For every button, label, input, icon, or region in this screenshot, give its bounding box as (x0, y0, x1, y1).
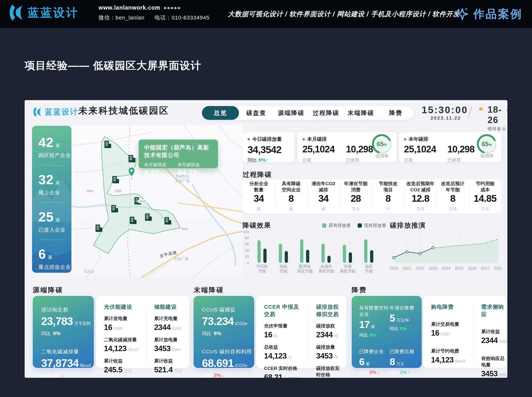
park-map[interactable]: X025 X020 X018 X018 龙腾世纪 文化广场 文化广场 京平高速 … (71, 125, 243, 278)
legend-swatch-original (322, 223, 326, 228)
svg-text:60: 60 (245, 242, 249, 246)
trend-up-icon: ↑ (377, 333, 379, 338)
co2-reduction: 二氧化碳减排量 37,8734吨co2 同比2%↓ (41, 348, 94, 378)
svg-text:节能: 节能 (280, 269, 287, 273)
tab-source-reduction[interactable]: 源端降碳 (274, 106, 309, 120)
divider (38, 240, 65, 240)
power-purchase-column: 购电降费 累计交易电量16KWH 累计节约电费14,123吨co2 (423, 303, 473, 364)
process-stat: 节能技改 项目8个 (372, 181, 404, 212)
usage-rate-label: 使用率 (480, 153, 494, 159)
svg-text:20: 20 (245, 254, 249, 259)
svg-text:系统节能: 系统节能 (297, 269, 313, 273)
svg-text:0: 0 (247, 261, 249, 265)
svg-text:配用电: 配用电 (299, 264, 311, 269)
process-stat: 具有降碳 空间企业8家 (275, 181, 307, 212)
stat-key-emitters: 6家 重点排放企业 (38, 246, 71, 271)
svg-text:X018: X018 (139, 200, 146, 203)
bullet-dot (248, 138, 250, 141)
svg-text:40: 40 (245, 248, 249, 253)
source-gradient-card: 清洁电交易 23,783万千瓦时 同比8%↑ 二氧化碳减排量 37,8734吨c… (33, 296, 94, 368)
dashboard-title: 未来科技城低碳园区 (78, 105, 169, 117)
brand-logo-text: 蓝蓝设计 (28, 5, 79, 20)
terminal-section-title: 末端降碳 (194, 286, 224, 294)
svg-text:系统节能: 系统节能 (318, 269, 334, 273)
kpi-card-year: 本年碳排 25,1024 总量 10,298 已使用 65% 使用率 (399, 132, 501, 162)
tooltip-year-metric: 本年碳排放 24.23吨 (178, 162, 202, 177)
process-stat: 潜在年CO2 减排34家 (307, 181, 340, 212)
brand-logo: 蓝蓝设计 (6, 3, 79, 22)
svg-text:2024: 2024 (442, 266, 450, 271)
source-section-title: 源端降碳 (33, 286, 63, 294)
process-section-title: 过程降碳 (243, 170, 272, 179)
terminal-detail-card: CCER 申报及交易 光伏申报量16吨 总收益14,123元 CCER 实时价格… (256, 296, 346, 368)
pv-construction-column: 光伏能建设 累计发电量16KWH 二氧化碳减排量14,123吨co2 累计收益2… (96, 303, 146, 364)
reduced-enterprises: 已降费企业 6家 同比2%↓ (359, 348, 390, 375)
svg-text:2021: 2021 (402, 266, 411, 271)
arrows-decoration: ▶▶▶▶▶ (164, 6, 182, 10)
process-stat: 改造后预期年 CO2 减排12.8万吨 (404, 181, 436, 212)
svg-text:2023: 2023 (429, 266, 437, 271)
stat-large-enterprises: 32家 规上企业 (38, 172, 71, 196)
kpi-card-today: 今日碳排放量 34,3542 同比8%↑ (243, 132, 295, 162)
dashboard-screenshot: 蓝蓝设计 未来科技城低碳园区 总览 碳盘查 源端降碳 过程降碳 末端降碳 降费 … (25, 100, 507, 378)
trend-up-icon: ↑ (266, 158, 268, 163)
bullet-dot (404, 138, 406, 141)
emission-reduction-bar-chart: 020406080100空压机节能电机节能配用电系统节能水循环系统节能空调系统节… (243, 228, 382, 274)
source-detail-card: 光伏能建设 累计发电量16KWH 二氧化碳减排量14,123吨co2 累计收益2… (96, 296, 189, 368)
process-stat: 年潜在节能 消费28万元 (340, 181, 372, 212)
nav-tabs: 总览 碳盘查 源端降碳 过程降碳 末端降碳 降费 (202, 106, 413, 120)
temperature-unit: ℃ (506, 109, 507, 114)
portfolio-link[interactable]: 作品案例 (455, 7, 523, 21)
tab-overview[interactable]: 总览 (202, 106, 239, 120)
svg-text:节能: 节能 (258, 269, 266, 273)
sun-cloud-icon (476, 105, 485, 116)
svg-text:空压机: 空压机 (256, 264, 268, 269)
trend-up-icon: ↑ (222, 331, 225, 336)
svg-text:节能: 节能 (365, 269, 373, 273)
trend-down-icon: ↓ (222, 373, 225, 378)
today-emission-value: 34,3542 (248, 144, 290, 155)
svg-text:文化广场: 文化广场 (174, 256, 188, 261)
dashboard-logo-text: 蓝蓝设计 (45, 107, 78, 117)
tab-terminal-reduction[interactable]: 末端降碳 (344, 106, 379, 120)
fee-gradient-card: 具有降费空间企业 17家 同比8%↑ 年潜在降费 5万元/年 同比6%↑ 已降费… (352, 296, 422, 368)
portfolio-text: 作品案例 (473, 7, 523, 21)
stat-invested-enterprises: 42家 园区投产企业 (38, 135, 71, 159)
terminal-gradient-card: CCUS 碳捕捉 73.234tCO2e 同比8%↑ CCUS 碳封存和利用 6… (194, 296, 254, 368)
divider (38, 202, 65, 203)
storage-construction-column: 储能建设 累计充电量2344KWH 累计放电量3453KWH 累计收益521.4… (146, 303, 190, 364)
process-stat: 节约用能 成本14.85万元 (469, 181, 501, 212)
svg-text:文化广场: 文化广场 (175, 179, 190, 183)
svg-text:空调: 空调 (344, 264, 351, 269)
ccus-storage: CCUS 碳封存和利用 68.691tCO2e 同比2%↓ (202, 348, 254, 378)
trend-up-icon: ↑ (61, 331, 64, 336)
services-list: 大数据可视化设计 / 软件界面设计 / 网站建设 / 手机及小程序设计 / 软件… (228, 10, 460, 18)
top-banner: 蓝蓝设计 www.lanlanwork.com ▶▶▶▶▶ 微信：ben_lan… (0, 0, 532, 28)
page-title: 项目经验—— 低碳园区大屏界面设计 (25, 59, 201, 72)
page: 蓝蓝设计 www.lanlanwork.com ▶▶▶▶▶ 微信：ben_lan… (0, 0, 532, 397)
clean-power-trade: 清洁电交易 23,783万千瓦时 同比8%↑ (41, 306, 94, 337)
year-total: 25,1024 总量 (404, 144, 436, 163)
usage-rate-ring: 65% (372, 134, 392, 154)
tab-fee-reduction[interactable]: 降费 (378, 106, 413, 120)
svg-text:系统节能: 系统节能 (340, 269, 355, 273)
kpi-card-month: 本月碳排 25,1024 总量 10,298 已使用 65% 使用率 (298, 132, 397, 162)
clock-date: 2023.11.22 (431, 115, 461, 121)
trend-down-icon: ↓ (377, 370, 379, 375)
trend-up-icon: ↑ (408, 326, 410, 331)
wechat-label: 微信：ben_lanlan (99, 15, 145, 21)
svg-text:油泵: 油泵 (365, 264, 373, 269)
svg-text:电机: 电机 (280, 264, 287, 269)
divider (38, 165, 65, 165)
process-stats-card: 分析企业 数量34家 具有降碳 空间企业8家 潜在年CO2 减排34家 年潜在节… (243, 180, 501, 213)
brand-logo-icon (6, 3, 25, 22)
tab-carbon-check[interactable]: 碳盘查 (239, 106, 274, 120)
svg-text:X018: X018 (181, 227, 187, 230)
tab-process-reduction[interactable]: 过程降碳 (309, 106, 344, 120)
svg-text:2020: 2020 (390, 266, 398, 271)
weather-widget: 18-26 ℃ 晴转多云 (476, 105, 507, 132)
website-link[interactable]: www.lanlanwork.com (99, 4, 160, 11)
weather-desc: 晴转多云 (488, 126, 507, 132)
svg-text:100: 100 (243, 230, 249, 234)
dashboard-logo: 蓝蓝设计 (32, 107, 78, 117)
